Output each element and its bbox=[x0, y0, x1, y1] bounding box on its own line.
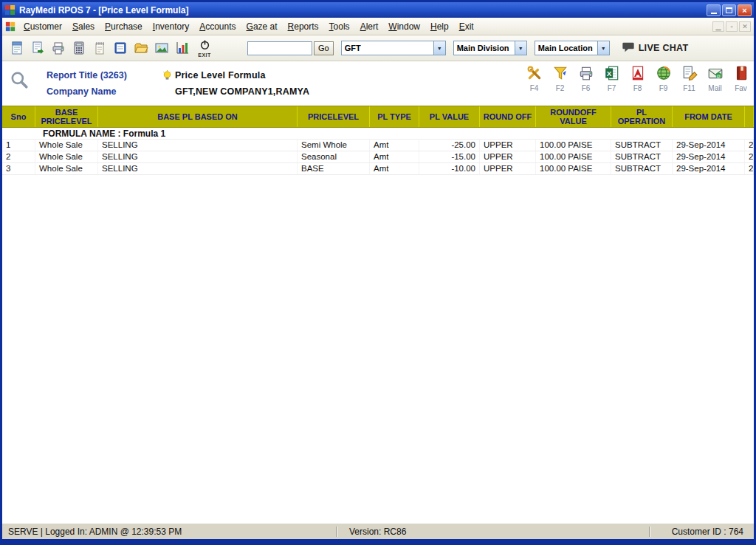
ledger-icon[interactable] bbox=[110, 38, 131, 58]
column-header-roundoff-value[interactable]: ROUNDOFF VALUE bbox=[536, 106, 611, 127]
column-header-base-pl-based-on[interactable]: BASE PL BASED ON bbox=[98, 106, 298, 127]
division-select-value: Main Division bbox=[457, 44, 513, 52]
svg-text:X: X bbox=[606, 69, 611, 78]
toolbar: EXIT Go GFT ▼ Main Division ▼ Main Locat… bbox=[2, 35, 754, 61]
table-cell: 29-Sep-2014 bbox=[673, 151, 745, 162]
menu-inventory[interactable]: Inventory bbox=[148, 19, 194, 34]
mdi-minimize-button[interactable]: ▁ bbox=[712, 21, 724, 32]
report-icon[interactable] bbox=[7, 38, 27, 58]
menu-help[interactable]: Help bbox=[425, 19, 454, 34]
search-input[interactable] bbox=[247, 41, 312, 55]
filter-icon bbox=[552, 65, 568, 83]
report-title-label: Report Title (3263) bbox=[47, 70, 159, 80]
table-header-row: SnoBASE PRICELEVELBASE PL BASED ONPRICEL… bbox=[2, 106, 754, 128]
menu-exit[interactable]: Exit bbox=[454, 19, 479, 34]
column-header-sno[interactable]: Sno bbox=[2, 106, 35, 127]
status-version: Version: RC86 bbox=[349, 527, 406, 537]
table-cell: 3 bbox=[2, 163, 35, 174]
menu-bar: CustomerSalesPurchaseInventoryAccountsGa… bbox=[2, 18, 754, 35]
column-header-pl-type[interactable]: PL TYPE bbox=[370, 106, 419, 127]
mdi-window-controls: ▁ ▫ ✕ bbox=[712, 21, 751, 32]
exit-button[interactable]: EXIT bbox=[193, 39, 216, 58]
status-customer-id: Customer ID : 764 bbox=[672, 527, 754, 537]
app-logo-icon bbox=[4, 4, 16, 16]
function-mail-label: Mail bbox=[708, 84, 721, 92]
location-select-value: Main Location bbox=[538, 44, 596, 52]
column-header-base-pricelevel[interactable]: BASE PRICELEVEL bbox=[35, 106, 98, 127]
table-cell: Semi Whole bbox=[298, 140, 370, 151]
report-meta: Report Title (3263) Price Level Formula … bbox=[47, 66, 309, 106]
division-select[interactable]: Main Division ▼ bbox=[453, 41, 527, 55]
title-bar: RayMedi RPOS 7 - [Price Level Formula] × bbox=[2, 2, 754, 18]
function-f9-label: F9 bbox=[659, 84, 668, 92]
function-f4-button[interactable]: F4 bbox=[521, 65, 547, 92]
menu-accounts[interactable]: Accounts bbox=[194, 19, 241, 34]
table-cell: SUBTRACT bbox=[611, 151, 673, 162]
table-row[interactable]: 2Whole SaleSELLINGSeasonalAmt-15.00UPPER… bbox=[2, 151, 754, 163]
minimize-button[interactable] bbox=[707, 4, 721, 16]
report-table: SnoBASE PRICELEVELBASE PL BASED ONPRICEL… bbox=[2, 106, 754, 523]
column-header-clipped[interactable] bbox=[745, 106, 754, 127]
folder-icon[interactable] bbox=[131, 38, 151, 58]
function-mail-button[interactable]: @Mail bbox=[702, 65, 728, 92]
go-button[interactable]: Go bbox=[314, 41, 334, 55]
mdi-close-button[interactable]: ✕ bbox=[739, 21, 751, 32]
chat-bubble-icon bbox=[622, 41, 635, 56]
window-title: RayMedi RPOS 7 - [Price Level Formula] bbox=[19, 5, 703, 16]
table-cell: 100.00 PAISE bbox=[536, 140, 611, 151]
column-header-round-off[interactable]: ROUND OFF bbox=[480, 106, 536, 127]
image-icon[interactable] bbox=[151, 38, 172, 58]
column-header-pl-value[interactable]: PL VALUE bbox=[419, 106, 480, 127]
chevron-down-icon: ▼ bbox=[433, 41, 445, 55]
menu-alert[interactable]: Alert bbox=[355, 19, 384, 34]
function-f2-button[interactable]: F2 bbox=[547, 65, 573, 92]
restore-button[interactable] bbox=[722, 4, 736, 16]
function-f11-label: F11 bbox=[683, 84, 695, 92]
menu-reports[interactable]: Reports bbox=[283, 19, 324, 34]
function-f6-button[interactable]: F6 bbox=[573, 65, 599, 92]
exit-label: EXIT bbox=[198, 52, 211, 58]
column-header-pricelevel[interactable]: PRICELEVEL bbox=[298, 106, 370, 127]
function-f8-button[interactable]: F8 bbox=[625, 65, 650, 92]
table-cell: Whole Sale bbox=[35, 140, 98, 151]
live-chat-button[interactable]: LIVE CHAT bbox=[622, 41, 689, 56]
status-separator bbox=[649, 527, 650, 537]
export-icon[interactable] bbox=[27, 38, 48, 58]
column-header-pl-operation[interactable]: PL OPERATION bbox=[611, 106, 673, 127]
formula-group-row: FORMULA NAME : Formula 1 bbox=[2, 128, 754, 140]
mdi-restore-button[interactable]: ▫ bbox=[726, 21, 738, 32]
menu-sales[interactable]: Sales bbox=[67, 19, 100, 34]
function-fav-button[interactable]: Fav bbox=[728, 65, 754, 92]
table-row[interactable]: 1Whole SaleSELLINGSemi WholeAmt-25.00UPP… bbox=[2, 140, 754, 151]
table-row[interactable]: 3Whole SaleSELLINGBASEAmt-10.00UPPER100.… bbox=[2, 163, 754, 175]
toolbar-icons bbox=[7, 38, 193, 58]
calculator-icon[interactable] bbox=[69, 38, 89, 58]
close-button[interactable]: × bbox=[738, 4, 752, 16]
tools-icon bbox=[526, 65, 543, 83]
location-select[interactable]: Main Location ▼ bbox=[535, 41, 610, 55]
company-select[interactable]: GFT ▼ bbox=[341, 41, 446, 55]
report-title-value: Price Level Formula bbox=[175, 70, 266, 80]
notepad-icon[interactable] bbox=[89, 38, 110, 58]
formula-group-label: FORMULA NAME : Formula 1 bbox=[43, 128, 165, 139]
mail-icon: @ bbox=[707, 65, 724, 83]
chart-icon[interactable] bbox=[172, 38, 193, 58]
table-cell: 29-Sep-2014 bbox=[673, 140, 745, 151]
function-f7-button[interactable]: XF7 bbox=[599, 65, 625, 92]
printer-icon[interactable] bbox=[48, 38, 69, 58]
table-cell: SELLING bbox=[98, 151, 298, 162]
report-header: Report Title (3263) Price Level Formula … bbox=[2, 61, 754, 106]
favorite-icon bbox=[733, 65, 749, 83]
function-f11-button[interactable]: F11 bbox=[676, 65, 702, 92]
menu-gaze-at[interactable]: Gaze at bbox=[241, 19, 283, 34]
menu-window[interactable]: Window bbox=[383, 19, 425, 34]
table-body: 1Whole SaleSELLINGSemi WholeAmt-25.00UPP… bbox=[2, 140, 754, 175]
company-select-value: GFT bbox=[345, 44, 432, 52]
company-name-label: Company Name bbox=[47, 86, 159, 97]
column-header-from-date[interactable]: FROM DATE bbox=[673, 106, 745, 127]
menu-tools[interactable]: Tools bbox=[324, 19, 355, 34]
menu-purchase[interactable]: Purchase bbox=[100, 19, 148, 34]
function-f7-label: F7 bbox=[608, 84, 616, 92]
function-f9-button[interactable]: F9 bbox=[650, 65, 676, 92]
menu-customer[interactable]: Customer bbox=[18, 19, 67, 34]
